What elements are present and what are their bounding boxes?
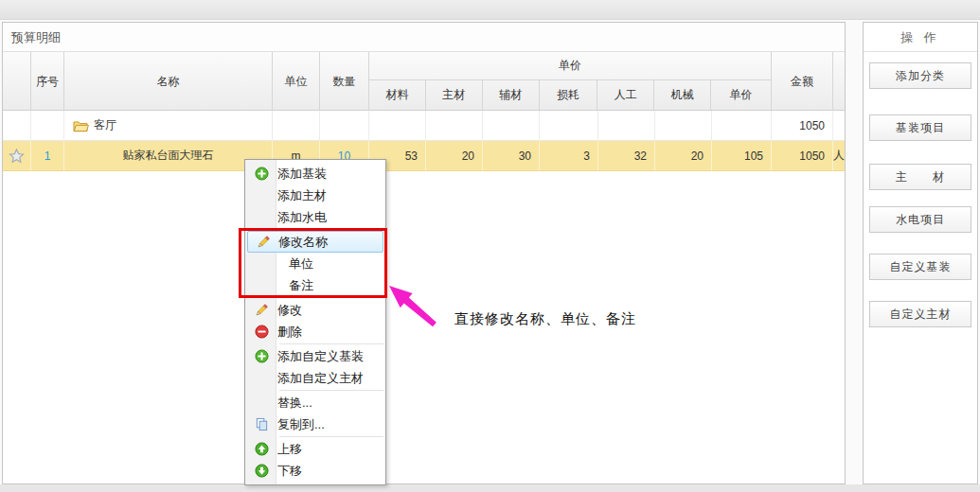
delete-icon (245, 325, 277, 339)
menu-item-add-base[interactable]: 添加基装 (245, 163, 385, 184)
item-labor: 32 (598, 141, 655, 171)
header-labor: 人工 (597, 80, 654, 110)
category-name-cell[interactable]: 客厅 (64, 111, 273, 141)
add-category-button[interactable]: 添加分类 (869, 62, 971, 89)
item-main-material: 20 (426, 141, 483, 171)
menu-separator (279, 390, 383, 391)
budget-detail-panel: 预算明细 序号 名称 单位 数量 单价 材料 主材 辅材 损耗 人工 机械 单价… (2, 22, 846, 484)
custom-main-button[interactable]: 自定义主材 (869, 301, 971, 327)
add-icon (245, 167, 277, 181)
header-main-material: 主材 (426, 80, 483, 110)
menu-separator (279, 343, 383, 344)
plumbing-project-button[interactable]: 水电项目 (869, 206, 971, 233)
item-star-cell[interactable] (3, 141, 31, 171)
menu-item-replace[interactable]: 替换... (245, 392, 385, 413)
item-unit-price: 105 (712, 141, 772, 171)
custom-base-button[interactable]: 自定义基装 (869, 254, 971, 280)
folder-icon (73, 119, 89, 132)
window-top-bar (0, 0, 980, 20)
menu-item-copy-to[interactable]: 复制到... (245, 413, 385, 435)
header-name: 名称 (64, 52, 273, 111)
item-machine: 20 (655, 141, 712, 171)
table-row-item-selected[interactable]: 1 贴家私台面大理石 m 10 53 20 30 3 32 20 105 105… (3, 141, 845, 171)
arrow-down-icon (245, 464, 277, 478)
header-unit-price: 单价 (711, 80, 771, 110)
annotation-text: 直接修改名称、单位、备注 (454, 310, 636, 328)
item-seq: 1 (31, 141, 64, 171)
arrow-up-icon (245, 442, 277, 456)
item-name[interactable]: 贴家私台面大理石 (64, 141, 273, 171)
header-loss: 损耗 (540, 80, 598, 110)
header-amount: 金额 (772, 52, 833, 111)
menu-item-move-up[interactable]: 上移 (245, 438, 385, 460)
header-seq: 序号 (31, 52, 64, 111)
callout-red-rectangle (239, 228, 387, 298)
category-name: 客厅 (94, 117, 116, 133)
header-star-column (3, 52, 31, 111)
actions-sidebar: 操 作 添加分类 基装项目 主 材 水电项目 自定义基装 自定义主材 (863, 22, 978, 484)
table-header: 序号 名称 单位 数量 单价 材料 主材 辅材 损耗 人工 机械 单价 金额 (3, 52, 845, 111)
category-amount: 1050 (772, 111, 833, 141)
header-aux-material: 辅材 (483, 80, 540, 110)
menu-item-edit[interactable]: 修改 (245, 299, 385, 321)
header-qty: 数量 (320, 52, 369, 111)
star-icon[interactable] (9, 149, 25, 164)
callout-arrow (382, 278, 446, 337)
menu-item-add-main[interactable]: 添加主材 (245, 184, 385, 206)
category-seq-cell (31, 111, 64, 141)
menu-item-add-plumbing[interactable]: 添加水电 (245, 206, 385, 228)
header-unit: 单位 (273, 52, 320, 111)
header-machine: 机械 (654, 80, 711, 110)
item-aux-material: 30 (483, 141, 540, 171)
menu-item-add-custom-base[interactable]: 添加自定义基装 (245, 345, 385, 367)
copy-icon (245, 417, 277, 431)
header-overflow (833, 52, 845, 111)
base-project-button[interactable]: 基装项目 (869, 114, 971, 141)
menu-item-delete[interactable]: 删除 (245, 321, 385, 343)
main-material-button[interactable]: 主 材 (869, 164, 971, 190)
menu-item-add-custom-main[interactable]: 添加自定义主材 (245, 367, 385, 389)
pencil-icon (245, 303, 277, 318)
category-star-cell (3, 111, 31, 141)
panel-title: 预算明细 (3, 23, 845, 52)
menu-separator (279, 436, 383, 437)
table-row-category[interactable]: 客厅 1050 (3, 111, 845, 141)
context-menu: 添加基装 添加主材 添加水电 修改名称 单位 备注 修改 删除 添加自定义基装 (244, 159, 386, 485)
add-icon (245, 349, 277, 363)
window-bottom-edge (0, 484, 980, 492)
item-loss: 3 (540, 141, 598, 171)
sidebar-title: 操 作 (864, 23, 977, 52)
menu-item-move-down[interactable]: 下移 (245, 460, 385, 482)
item-amount: 1050 (772, 141, 833, 171)
header-unitprice-group: 单价 材料 主材 辅材 损耗 人工 机械 单价 (369, 52, 772, 110)
item-overflow-cell: 人工 (833, 141, 845, 171)
header-unitprice-group-label: 单价 (369, 52, 771, 80)
header-material: 材料 (369, 80, 426, 110)
